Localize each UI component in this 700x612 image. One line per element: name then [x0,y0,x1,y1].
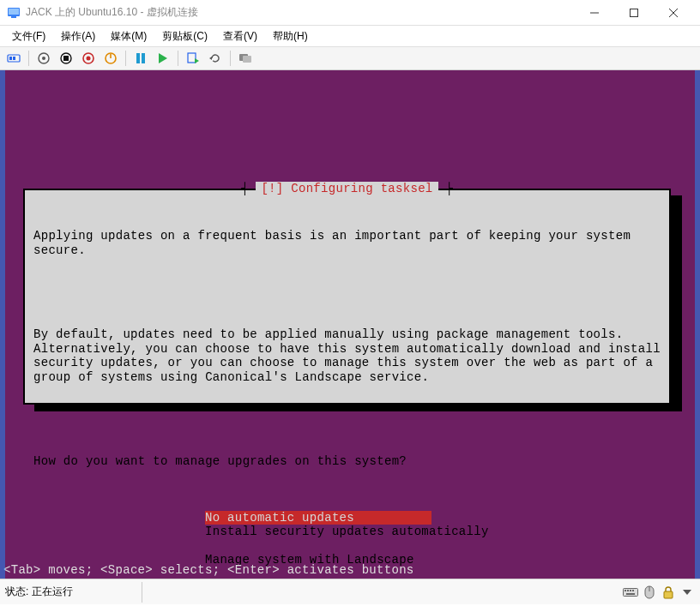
window-edge [0,70,5,579]
svg-rect-25 [243,56,251,63]
svg-rect-27 [625,590,626,591]
mouse-icon [642,585,657,600]
checkpoint-icon[interactable] [183,48,203,69]
menu-media[interactable]: 媒体(M) [104,27,154,46]
status-value: 正在运行 [32,585,73,599]
menu-clipboard[interactable]: 剪贴板(C) [155,27,214,46]
dialog-title-row: ┤ [!] Configuring tasksel ├ [25,182,669,196]
menu-help[interactable]: 帮助(H) [266,27,315,46]
svg-marker-20 [159,53,167,63]
svg-marker-22 [195,58,199,63]
window-title: JACK 上的 Ubuntu16.10 - 虚拟机连接 [26,5,575,20]
toolbar-separator [28,51,29,66]
option-install-security-updates[interactable]: Install security updates automatically [205,525,661,539]
terminal: ┤ [!] Configuring tasksel ├ Applying upd… [0,70,700,579]
keyboard-icon [623,585,638,600]
svg-rect-28 [627,590,629,591]
lock-icon [661,585,676,600]
window-controls [575,0,693,26]
dialog-paragraph: By default, updates need to be applied m… [33,327,661,384]
toolbar-separator [178,51,178,66]
vm-display[interactable]: ┤ [!] Configuring tasksel ├ Applying upd… [0,70,700,579]
revert-icon[interactable] [205,48,226,69]
chevron-down-icon[interactable] [679,585,695,600]
svg-rect-4 [631,9,638,16]
toolbar-separator [230,51,231,66]
pause-icon[interactable] [130,48,151,69]
option-no-auto-updates[interactable]: No automatic updates [205,511,431,525]
svg-rect-8 [9,57,12,60]
svg-rect-30 [632,590,634,591]
svg-point-15 [87,57,91,61]
svg-rect-1 [9,9,19,15]
ctrl-alt-del-icon[interactable] [3,48,24,69]
svg-rect-19 [142,53,145,63]
svg-rect-21 [188,53,196,63]
status-separator [142,582,142,603]
toolbar [0,46,700,70]
shutdown-icon[interactable] [78,48,99,69]
status-indicators [623,585,695,600]
menu-file[interactable]: 文件(F) [5,27,52,46]
maximize-button[interactable] [614,0,654,26]
dialog-paragraph: Applying updates on a frequent basis is … [33,229,661,257]
reset-icon[interactable] [153,48,173,69]
window-edge [695,70,700,579]
window-titlebar: JACK 上的 Ubuntu16.10 - 虚拟机连接 [0,0,700,26]
svg-marker-23 [209,57,212,60]
svg-marker-35 [683,590,691,595]
svg-rect-34 [664,591,673,598]
svg-rect-26 [624,588,638,596]
app-icon [7,6,21,20]
turnoff-icon[interactable] [56,48,76,69]
svg-rect-29 [630,590,631,591]
enhanced-session-icon[interactable] [235,48,256,69]
installer-dialog: ┤ [!] Configuring tasksel ├ Applying upd… [23,189,671,405]
svg-rect-31 [626,593,635,595]
start-icon[interactable] [33,48,54,69]
toolbar-separator [125,51,126,66]
svg-rect-2 [11,16,16,18]
dialog-question: How do you want to manage upgrades on th… [33,454,661,469]
status-label: 状态: [5,585,28,599]
menubar: 文件(F) 操作(A) 媒体(M) 剪贴板(C) 查看(V) 帮助(H) [0,26,700,46]
keyboard-hint: <Tab> moves; <Space> selects; <Enter> ac… [0,563,700,579]
svg-rect-18 [136,53,140,63]
menu-action[interactable]: 操作(A) [54,27,102,46]
close-button[interactable] [654,0,693,26]
minimize-button[interactable] [575,0,614,26]
dialog-options: No automatic updates Install security up… [205,511,661,567]
svg-point-11 [42,57,45,60]
svg-rect-9 [13,57,15,60]
svg-rect-13 [63,56,69,61]
save-icon[interactable] [100,48,121,69]
statusbar: 状态: 正在运行 [0,579,700,604]
dialog-title: [!] Configuring tasksel [256,182,438,196]
menu-view[interactable]: 查看(V) [216,27,264,46]
dialog-body: Applying updates on a frequent basis is … [33,201,661,497]
